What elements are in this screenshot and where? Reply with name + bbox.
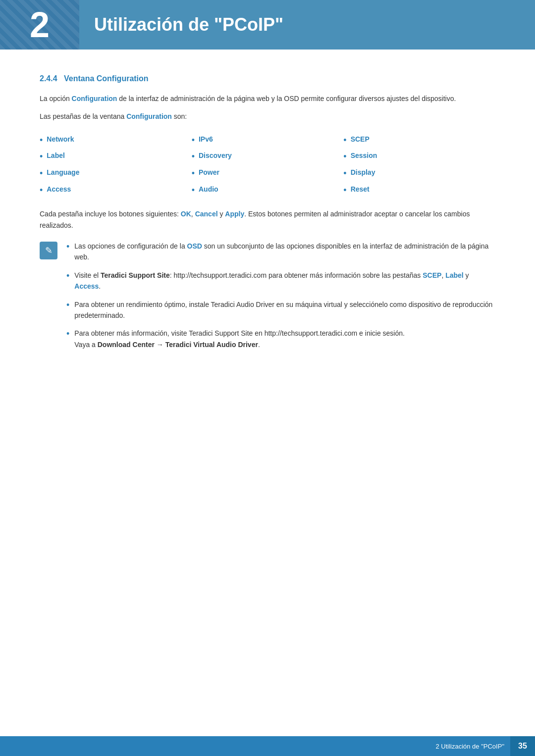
note-content: • Las opciones de configuración de la OS… bbox=[66, 241, 495, 357]
tab-audio: Audio bbox=[199, 185, 218, 193]
note-text-4: Para obtener más información, visite Ter… bbox=[74, 328, 405, 350]
bullet-dot-5: • bbox=[192, 151, 195, 162]
main-content: 2.4.4 Ventana Configuration La opción Co… bbox=[0, 50, 535, 406]
note-4-main: Para obtener más información, visite Ter… bbox=[74, 328, 405, 339]
footer: 2 Utilización de "PCoIP" 35 bbox=[0, 736, 535, 756]
term-apply: Apply bbox=[225, 210, 244, 218]
term-cancel: Cancel bbox=[195, 210, 218, 218]
note-icon-pencil bbox=[40, 242, 57, 259]
note-item-2: • Visite el Teradici Support Site: http:… bbox=[66, 270, 495, 292]
note-item-3: • Para obtener un rendimiento óptimo, in… bbox=[66, 299, 495, 321]
note-bullet-2: • bbox=[66, 270, 69, 282]
bullet-dot-11: • bbox=[192, 185, 195, 196]
note-bullet-4: • bbox=[66, 328, 69, 340]
chapter-title: Utilización de "PCoIP" bbox=[79, 14, 283, 35]
tab-language: Language bbox=[47, 168, 79, 176]
term-label-note: Label bbox=[445, 271, 464, 279]
bullet-cell-reset: • Reset bbox=[343, 182, 495, 199]
term-virtual-audio: Teradici Virtual Audio Driver bbox=[165, 341, 258, 349]
tab-power: Power bbox=[199, 168, 219, 176]
paragraph-1: La opción Configuration de la interfaz d… bbox=[40, 93, 495, 104]
bullet-cell-display: • Display bbox=[343, 165, 495, 182]
bullet-cell-network: • Network bbox=[40, 132, 192, 149]
bullet-dot-8: • bbox=[192, 168, 195, 179]
tab-discovery: Discovery bbox=[199, 151, 232, 159]
bullet-row-2: • Label • Discovery • Session bbox=[40, 149, 495, 165]
bullet-cell-audio: • Audio bbox=[192, 182, 344, 199]
chapter-badge: 2 bbox=[0, 0, 79, 50]
tab-access: Access bbox=[47, 185, 71, 193]
bullet-dot-4: • bbox=[40, 151, 43, 162]
term-download-center: Download Center bbox=[98, 341, 155, 349]
bullet-cell-language: • Language bbox=[40, 165, 192, 182]
bullet-dot-10: • bbox=[40, 185, 43, 196]
paragraph-3: Cada pestaña incluye los botones siguien… bbox=[40, 208, 495, 231]
bullet-dot-12: • bbox=[343, 185, 346, 196]
term-configuration-2: Configuration bbox=[126, 112, 172, 120]
header-banner: 2 Utilización de "PCoIP" bbox=[0, 0, 535, 50]
term-scep-note: SCEP bbox=[423, 271, 441, 279]
tab-scep: SCEP bbox=[351, 135, 370, 143]
section-number: 2.4.4 bbox=[40, 74, 57, 83]
note-box: • Las opciones de configuración de la OS… bbox=[40, 241, 495, 357]
note-item-4: • Para obtener más información, visite T… bbox=[66, 328, 495, 350]
bullet-dot-9: • bbox=[343, 168, 346, 179]
tab-display: Display bbox=[351, 168, 375, 176]
footer-page-number: 35 bbox=[510, 736, 535, 756]
term-osd: OSD bbox=[187, 242, 202, 250]
term-configuration-1: Configuration bbox=[72, 95, 117, 102]
note-list: • Las opciones de configuración de la OS… bbox=[66, 241, 495, 350]
bullet-dot-6: • bbox=[343, 151, 346, 162]
bullet-cell-scep: • SCEP bbox=[343, 132, 495, 149]
tab-label: Label bbox=[47, 151, 65, 159]
term-access-note: Access bbox=[74, 282, 99, 290]
bullet-dot-1: • bbox=[40, 135, 43, 146]
section-heading: 2.4.4 Ventana Configuration bbox=[40, 74, 495, 83]
note-text-1: Las opciones de configuración de la OSD … bbox=[74, 241, 495, 263]
tab-session: Session bbox=[351, 151, 377, 159]
bullet-cell-power: • Power bbox=[192, 165, 344, 182]
note-text-2: Visite el Teradici Support Site: http://… bbox=[74, 270, 495, 292]
term-teradici-support: Teradici Support Site bbox=[101, 271, 170, 279]
section-title: Ventana Configuration bbox=[64, 74, 149, 83]
note-item-1: • Las opciones de configuración de la OS… bbox=[66, 241, 495, 263]
bullet-row-4: • Access • Audio • Reset bbox=[40, 182, 495, 199]
bullet-cell-label: • Label bbox=[40, 149, 192, 165]
paragraph-2: Las pestañas de la ventana Configuration… bbox=[40, 111, 495, 122]
note-text-3: Para obtener un rendimiento óptimo, inst… bbox=[74, 299, 495, 321]
note-4-sub: Vaya a Download Center → Teradici Virtua… bbox=[74, 339, 405, 350]
footer-chapter-text: 2 Utilización de "PCoIP" bbox=[435, 743, 510, 750]
bullet-cell-ipv6: • IPv6 bbox=[192, 132, 344, 149]
bullet-dot-3: • bbox=[343, 135, 346, 146]
bullet-dot-2: • bbox=[192, 135, 195, 146]
chapter-number: 2 bbox=[30, 7, 50, 43]
bullet-dot-7: • bbox=[40, 168, 43, 179]
note-icon bbox=[40, 242, 59, 261]
bullet-row-3: • Language • Power • Display bbox=[40, 165, 495, 182]
bullet-cell-discovery: • Discovery bbox=[192, 149, 344, 165]
note-bullet-1: • bbox=[66, 241, 69, 253]
tabs-list: • Network • IPv6 • SCEP • bbox=[40, 132, 495, 199]
note-bullet-3: • bbox=[66, 299, 69, 311]
tab-reset: Reset bbox=[351, 185, 370, 193]
bullet-cell-session: • Session bbox=[343, 149, 495, 165]
bullet-cell-access: • Access bbox=[40, 182, 192, 199]
tab-ipv6: IPv6 bbox=[199, 135, 213, 143]
bullet-row-1: • Network • IPv6 • SCEP bbox=[40, 132, 495, 149]
tab-network: Network bbox=[47, 135, 74, 143]
term-ok: OK bbox=[181, 210, 191, 218]
